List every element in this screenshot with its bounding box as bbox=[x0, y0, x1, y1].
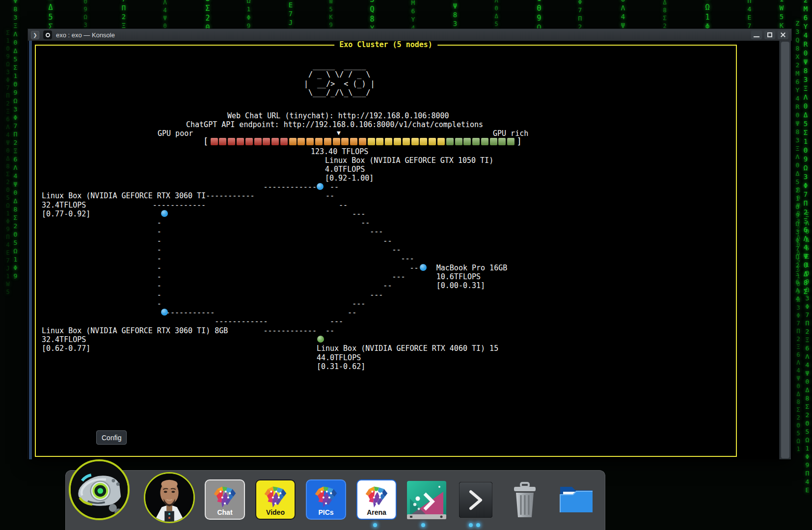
gpu-bar-square bbox=[254, 138, 262, 145]
gpu-bar-square bbox=[394, 138, 401, 145]
dock-item-chat[interactable]: Chat bbox=[205, 479, 245, 520]
terminal-scrollbar[interactable] bbox=[779, 41, 791, 459]
gpu-bar-square bbox=[324, 138, 331, 145]
top-node-tflops: 4.0TFLOPS bbox=[325, 165, 365, 174]
cluster-title: Exo Cluster (5 nodes) bbox=[334, 41, 437, 49]
konsole-window: ❯ exo : exo — Konsole Exo Cluster (5 nod… bbox=[27, 28, 792, 459]
gpu-bar-square bbox=[359, 138, 366, 145]
brain-logo-icon bbox=[312, 485, 340, 508]
gpu-bar-square bbox=[429, 138, 436, 145]
gpu-bar-square bbox=[289, 138, 297, 145]
window-left-accent bbox=[29, 41, 32, 459]
gpu-rich-label: GPU rich bbox=[493, 129, 528, 138]
gpu-bar-square bbox=[315, 138, 323, 145]
dock-item-file-manager[interactable] bbox=[557, 480, 595, 518]
gpu-bar-square bbox=[298, 138, 305, 145]
gpu-bar-squares bbox=[210, 138, 515, 145]
bar-close-bracket: ] bbox=[517, 137, 522, 146]
gpu-bar-square bbox=[376, 138, 383, 145]
config-button[interactable]: Config bbox=[96, 430, 127, 445]
window-title: exo : exo — Konsole bbox=[56, 31, 115, 39]
gpu-bar-square bbox=[306, 138, 314, 145]
gpu-bar-square bbox=[490, 138, 497, 145]
brain-logo-icon bbox=[262, 485, 289, 508]
bar-open-bracket: [ bbox=[203, 137, 208, 146]
man-portrait-icon bbox=[145, 474, 193, 522]
api-endpoint: ChatGPT API endpoint: http://192.168.0.1… bbox=[186, 120, 483, 129]
konsole-app-icon bbox=[43, 30, 52, 39]
dock-item-trash[interactable] bbox=[508, 481, 541, 521]
close-button[interactable] bbox=[778, 30, 788, 39]
gpu-bar-square bbox=[437, 138, 445, 145]
window-titlebar[interactable]: ❯ exo : exo — Konsole bbox=[28, 29, 791, 41]
gpu-bar-square bbox=[333, 138, 340, 145]
dock-label-video: Video bbox=[256, 508, 295, 516]
gpu-bar-square bbox=[237, 138, 244, 145]
gpu-bar-square bbox=[403, 138, 410, 145]
gpu-bar-square bbox=[271, 138, 279, 145]
maximize-button[interactable] bbox=[764, 30, 775, 39]
gpu-poor-label: GPU poor bbox=[158, 129, 193, 138]
node-dot-gtx-1050-ti bbox=[317, 183, 324, 190]
cluster-topology: ------------ -- Linux Box (NVIDIA GEFORC… bbox=[42, 183, 507, 371]
brain-logo-icon bbox=[211, 485, 239, 508]
gpu-bar-square bbox=[481, 138, 488, 145]
dock-item-pics[interactable]: PICs bbox=[306, 479, 346, 520]
gpu-bar-square bbox=[411, 138, 419, 145]
terminal-screen[interactable]: Exo Cluster (5 nodes) _____ _____ / _ \ … bbox=[28, 41, 792, 459]
gpu-bar-square bbox=[420, 138, 427, 145]
gpu-bar-square bbox=[463, 138, 471, 145]
gpu-bar-square bbox=[280, 138, 288, 145]
running-indicator-terminal-2 bbox=[476, 523, 480, 527]
cluster-position-marker: ▼ bbox=[337, 129, 341, 137]
robot-head-icon bbox=[71, 461, 128, 518]
dock-item-arena[interactable]: Arena bbox=[356, 479, 397, 520]
gpu-bar-square bbox=[263, 138, 270, 145]
node-dot-rtx-3060-ti bbox=[161, 210, 168, 217]
running-indicator-arena bbox=[373, 523, 377, 527]
node-dot-rtx-4060-ti bbox=[317, 336, 324, 343]
trash-icon bbox=[508, 481, 541, 519]
gpu-bar-square bbox=[219, 138, 226, 145]
terminal-icon bbox=[459, 482, 492, 518]
gpu-bar-square bbox=[455, 138, 462, 145]
dock-label-chat: Chat bbox=[206, 508, 244, 516]
dock-item-video[interactable]: Video bbox=[255, 479, 296, 520]
gpu-spectrum-bar: [ ] bbox=[202, 137, 523, 146]
gpu-bar-square bbox=[507, 138, 514, 145]
web-chat-url: Web Chat URL (tinychat): http://192.168.… bbox=[227, 111, 449, 120]
gpu-bar-square bbox=[350, 138, 357, 145]
exo-ascii-logo: _____ _____ / _ \ \/ / _ \ | __/> < (_) … bbox=[304, 61, 375, 97]
gpu-bar-square bbox=[368, 138, 375, 145]
dock-label-pics: PICs bbox=[307, 508, 345, 516]
gpu-bar-square bbox=[341, 138, 349, 145]
running-indicator-plasma-app bbox=[421, 523, 425, 527]
dock-label-arena: Arena bbox=[357, 508, 396, 516]
dock-item-terminal[interactable] bbox=[459, 482, 492, 520]
gpu-bar-square bbox=[385, 138, 392, 145]
top-node-name: Linux Box (NVIDIA GEFORCE GTX 1050 TI) bbox=[325, 156, 493, 165]
plasma-app-icon bbox=[407, 481, 446, 519]
gpu-bar-square bbox=[245, 138, 253, 145]
gpu-bar-square bbox=[472, 138, 480, 145]
tab-expand-button[interactable]: ❯ bbox=[31, 31, 39, 39]
gpu-bar-square bbox=[228, 138, 235, 145]
man-avatar-launcher[interactable] bbox=[144, 472, 195, 523]
running-indicator-terminal-1 bbox=[469, 523, 473, 527]
gpu-bar-square bbox=[446, 138, 454, 145]
robot-avatar-launcher[interactable] bbox=[69, 459, 130, 520]
total-tflops: 123.40 TFLOPS bbox=[311, 147, 368, 156]
topology-ascii: ------------ -- Linux Box (NVIDIA GEFORC… bbox=[42, 183, 507, 371]
dock-item-plasma-app[interactable] bbox=[407, 481, 446, 521]
node-dot-macbook-pro bbox=[420, 264, 427, 271]
brain-logo-icon bbox=[363, 485, 390, 508]
top-node-range: [0.92-1.00] bbox=[325, 174, 374, 183]
gpu-bar-square bbox=[211, 138, 218, 145]
minimize-button[interactable] bbox=[751, 30, 762, 39]
node-dot-rtx-3060-ti-8gb bbox=[161, 309, 168, 316]
folder-icon bbox=[557, 480, 595, 516]
gpu-bar-square bbox=[498, 138, 506, 145]
scrollbar-handle[interactable] bbox=[781, 42, 789, 458]
